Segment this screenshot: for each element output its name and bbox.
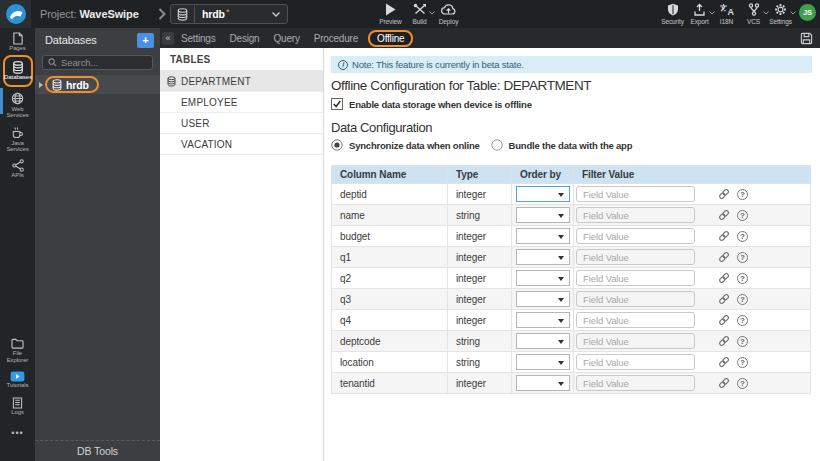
order-by-select[interactable] [516, 312, 570, 328]
preview-button[interactable]: Preview [378, 3, 403, 25]
security-button[interactable]: Security [660, 3, 685, 25]
help-icon[interactable]: ? [737, 315, 748, 326]
database-item-hrdb[interactable]: hrdb [35, 75, 160, 94]
tab-procedure[interactable]: Procedure [307, 33, 365, 44]
filter-value-input[interactable]: Field Value [576, 333, 695, 349]
bind-variable-icon[interactable] [718, 230, 730, 242]
order-by-select[interactable] [516, 375, 570, 391]
topbar-actions: Preview Build Deploy [378, 3, 461, 25]
order-by-select[interactable] [516, 228, 570, 244]
deploy-button[interactable]: Deploy [436, 3, 461, 25]
settings-button[interactable]: Settings [768, 3, 793, 25]
sidebar-item-tutorials[interactable]: Tutorials [7, 367, 29, 392]
bind-variable-icon[interactable] [718, 335, 730, 347]
help-icon[interactable]: ? [737, 336, 748, 347]
wavemaker-logo-icon [5, 3, 27, 25]
table-item-user[interactable]: USER [160, 113, 323, 134]
search-input[interactable]: Search... [42, 55, 153, 70]
user-avatar[interactable]: JS [799, 4, 816, 21]
bind-variable-icon[interactable] [718, 377, 730, 389]
bind-variable-icon[interactable] [718, 188, 730, 200]
add-database-button[interactable]: + [137, 33, 154, 48]
help-icon[interactable]: ? [737, 357, 748, 368]
order-by-select[interactable] [516, 333, 570, 349]
bind-variable-icon[interactable] [718, 209, 730, 221]
order-by-select[interactable] [516, 270, 570, 286]
java-services-icon [11, 126, 24, 139]
help-icon[interactable]: ? [737, 294, 748, 305]
help-icon[interactable]: ? [737, 252, 748, 263]
filter-value-input[interactable]: Field Value [576, 186, 695, 202]
column-name-cell: q2 [332, 268, 448, 289]
collapse-panel-button[interactable]: « [162, 32, 174, 45]
web-services-icon [11, 92, 24, 105]
export-button[interactable]: Export [687, 3, 712, 25]
sidebar-item-apis[interactable]: APIs [0, 155, 35, 181]
order-by-select[interactable] [516, 249, 570, 265]
order-by-select[interactable] [516, 291, 570, 307]
bundle-radio-label: Bundle the data with the app [509, 140, 633, 151]
topbar: Project: WaveSwipe hrdb * Preview Build … [0, 0, 820, 28]
column-name-cell: deptcode [332, 331, 448, 352]
order-by-select[interactable] [516, 354, 570, 370]
type-cell: integer [448, 247, 512, 268]
security-icon [667, 3, 679, 16]
filter-value-input[interactable]: Field Value [576, 249, 695, 265]
bind-variable-icon[interactable] [718, 314, 730, 326]
bundle-radio[interactable] [491, 139, 503, 151]
vcs-button[interactable]: VCS [741, 3, 766, 25]
column-name-cell: location [332, 352, 448, 373]
app-logo[interactable] [0, 0, 31, 28]
filter-value-input[interactable]: Field Value [576, 270, 695, 286]
filter-value-input[interactable]: Field Value [576, 312, 695, 328]
sidebar-item-web-services[interactable]: WebServices [0, 88, 35, 122]
type-cell: integer [448, 184, 512, 205]
tab-offline[interactable]: Offline [368, 30, 413, 47]
help-icon[interactable]: ? [737, 273, 748, 284]
bind-variable-icon[interactable] [718, 356, 730, 368]
order-by-select[interactable] [516, 207, 570, 223]
help-icon[interactable]: ? [737, 231, 748, 242]
help-icon[interactable]: ? [737, 189, 748, 200]
tab-design[interactable]: Design [223, 33, 267, 44]
column-name-cell: tenantid [332, 373, 448, 394]
table-item-department[interactable]: DEPARTMENT [160, 71, 323, 92]
table-row: deptid integer Field Value ? [332, 184, 811, 205]
sidebar-item-java-services[interactable]: JavaServices [0, 122, 35, 156]
help-icon[interactable]: ? [737, 210, 748, 221]
table-item-employee[interactable]: EMPLOYEE [160, 92, 323, 113]
i18n-button[interactable]: A I18N [714, 3, 739, 25]
filter-value-input[interactable]: Field Value [576, 291, 695, 307]
databases-icon [12, 61, 24, 74]
table-row: q3 integer Field Value ? [332, 289, 811, 310]
table-item-vacation[interactable]: VACATION [160, 134, 323, 155]
order-by-select[interactable] [516, 186, 570, 202]
sidebar-item-logs[interactable]: Logs [11, 393, 24, 419]
synchronize-radio-label: Synchronize data when online [349, 140, 480, 151]
enable-offline-checkbox[interactable] [331, 98, 343, 110]
filter-value-input[interactable]: Field Value [576, 207, 695, 223]
bind-variable-icon[interactable] [718, 272, 730, 284]
help-icon[interactable]: ? [737, 378, 748, 389]
type-cell: integer [448, 268, 512, 289]
database-selector[interactable]: hrdb * [170, 4, 288, 24]
column-name-cell: q3 [332, 289, 448, 310]
sidebar-item-databases[interactable]: Databases [3, 55, 33, 86]
tab-settings[interactable]: Settings [174, 33, 223, 44]
sidebar-item-file-explorer[interactable]: FileExplorer [7, 334, 29, 367]
bind-variable-icon[interactable] [718, 293, 730, 305]
sidebar-item-pages[interactable]: Pages [0, 28, 35, 54]
save-button[interactable] [800, 32, 813, 45]
build-button[interactable]: Build [407, 3, 432, 25]
db-tools-button[interactable]: DB Tools [35, 440, 160, 461]
filter-value-input[interactable]: Field Value [576, 354, 695, 370]
col-header-column-name: Column Name [332, 166, 448, 184]
bind-variable-icon[interactable] [718, 251, 730, 263]
filter-value-input[interactable]: Field Value [576, 228, 695, 244]
filter-value-input[interactable]: Field Value [576, 375, 695, 391]
type-cell: integer [448, 226, 512, 247]
expand-arrow-icon[interactable] [39, 82, 43, 88]
synchronize-radio[interactable] [331, 139, 343, 151]
tab-query[interactable]: Query [266, 33, 306, 44]
sidebar-more-button[interactable]: ••• [11, 431, 23, 439]
